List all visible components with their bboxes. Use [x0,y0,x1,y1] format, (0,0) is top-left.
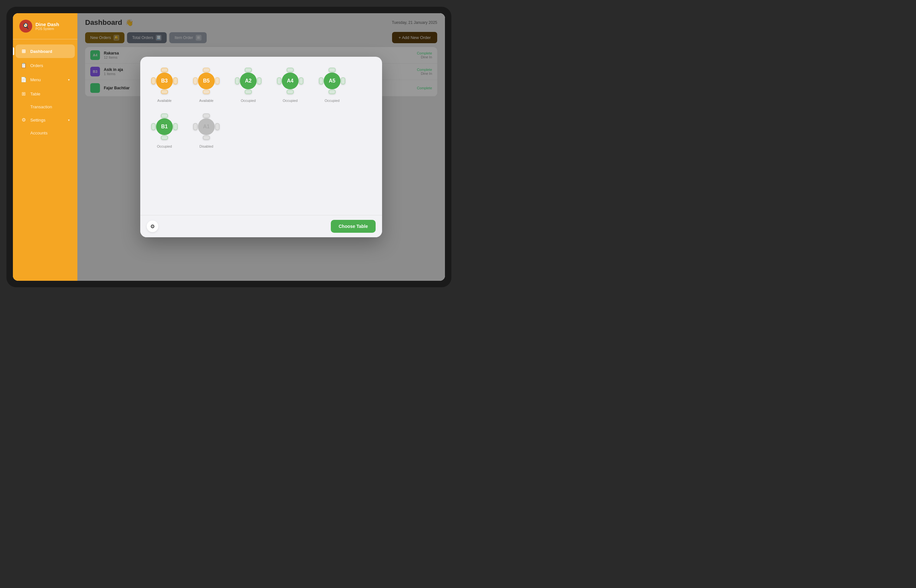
table-status-a5: Occupied [325,99,339,102]
seat-top [328,68,336,72]
choose-table-button[interactable]: Choose Table [331,220,376,233]
sidebar-label-menu: Menu [30,78,41,82]
seat-right [173,123,178,130]
tables-row-2: B1 Occupied [150,112,372,148]
seat-right [257,78,262,84]
menu-icon: 📄 [21,77,26,82]
table-cross-b3: B3 [150,66,179,95]
table-item-a1[interactable]: A1 Disabled [192,112,221,148]
sidebar-label-table: Table [30,92,40,96]
device-frame: 🍳 Dine Dash POS System ⊞ Dashboard 📋 Ord… [6,7,451,287]
seat-bottom [328,90,336,94]
sidebar-logo: 🍳 Dine Dash POS System [13,20,78,39]
table-status-b5: Available [199,99,213,102]
seat-bottom [203,90,210,94]
table-id-b3: B3 [156,73,173,89]
table-id-a2: A2 [240,73,257,89]
seat-right [215,78,220,84]
dashboard-icon: ⊞ [21,48,26,54]
table-cross-a1: A1 [192,112,221,141]
sidebar-item-accounts[interactable]: Accounts [16,127,75,139]
table-id-b5: B5 [198,73,215,89]
table-cross-a4: A4 [276,66,305,95]
table-status-a2: Occupied [241,99,256,102]
table-id-b1: B1 [156,118,173,135]
seat-bottom [161,136,168,140]
modal-footer: ⚙ Choose Table [140,215,382,237]
seat-left [277,78,281,84]
table-status-b3: Available [157,99,171,102]
seat-left [151,123,156,130]
sidebar-item-settings[interactable]: ⚙ Settings ▾ [16,113,75,127]
sidebar-item-menu[interactable]: 📄 Menu ▾ [16,73,75,86]
table-item-a4[interactable]: A4 Occupied [276,66,305,102]
sidebar: 🍳 Dine Dash POS System ⊞ Dashboard 📋 Ord… [13,13,78,281]
table-status-a4: Occupied [283,99,297,102]
table-status-a1: Disabled [200,144,213,148]
table-id-a4: A4 [282,73,299,89]
seat-left [235,78,239,84]
app-container: 🍳 Dine Dash POS System ⊞ Dashboard 📋 Ord… [13,13,445,281]
seat-top [161,113,168,118]
tables-grid: B3 Available [150,66,372,148]
table-id-a1: A1 [198,118,215,135]
seat-right [299,78,304,84]
seat-right [173,78,178,84]
sidebar-label-dashboard: Dashboard [30,49,52,54]
table-status-b1: Occupied [157,144,172,148]
seat-bottom [287,90,294,94]
table-cross-a5: A5 [318,66,347,95]
table-cross-a2: A2 [234,66,263,95]
table-item-b3[interactable]: B3 Available [150,66,179,102]
app-subtitle: POS System [36,27,59,31]
main-content: Dashboard 👋 Tuesday, 21 January 2025 New… [78,13,445,281]
sidebar-nav: ⊞ Dashboard 📋 Orders 📄 Menu ▾ ⊞ Table [13,45,78,139]
modal-overlay[interactable]: B3 Available [78,13,445,281]
sidebar-label-orders: Orders [30,63,43,68]
seat-left [151,78,156,84]
seat-top [203,68,210,72]
app-name: Dine Dash [36,22,59,27]
menu-chevron-icon: ▾ [68,78,69,82]
modal-body: B3 Available [140,57,382,215]
tables-row-1: B3 Available [150,66,372,102]
sidebar-label-accounts: Accounts [30,131,47,136]
seat-bottom [245,90,252,94]
sidebar-item-transaction[interactable]: Transaction [16,101,75,113]
sidebar-label-transaction: Transaction [30,105,52,109]
seat-right [341,78,345,84]
sidebar-label-settings: Settings [30,118,45,123]
footer-settings-icon[interactable]: ⚙ [147,221,158,232]
table-item-a5[interactable]: A5 Occupied [318,66,347,102]
settings-chevron-icon: ▾ [68,118,69,122]
settings-icon: ⚙ [21,117,26,123]
table-id-a5: A5 [324,73,341,89]
sidebar-item-orders[interactable]: 📋 Orders [16,59,75,72]
seat-top [161,68,168,72]
table-item-b1[interactable]: B1 Occupied [150,112,179,148]
seat-bottom [161,90,168,94]
table-icon: ⊞ [21,91,26,97]
logo-text-block: Dine Dash POS System [36,22,59,31]
table-selection-modal: B3 Available [140,57,382,237]
table-cross-b5: B5 [192,66,221,95]
seat-left [319,78,323,84]
seat-bottom [203,136,210,140]
sidebar-item-table[interactable]: ⊞ Table [16,87,75,100]
logo-icon: 🍳 [19,20,32,32]
seat-top [245,68,252,72]
seat-top [287,68,294,72]
table-item-a2[interactable]: A2 Occupied [234,66,263,102]
table-cross-b1: B1 [150,112,179,141]
seat-right [215,123,220,130]
seat-left [193,78,198,84]
sidebar-item-dashboard[interactable]: ⊞ Dashboard [16,45,75,58]
table-item-b5[interactable]: B5 Available [192,66,221,102]
seat-top [203,113,210,118]
orders-icon: 📋 [21,63,26,68]
seat-left [193,123,198,130]
